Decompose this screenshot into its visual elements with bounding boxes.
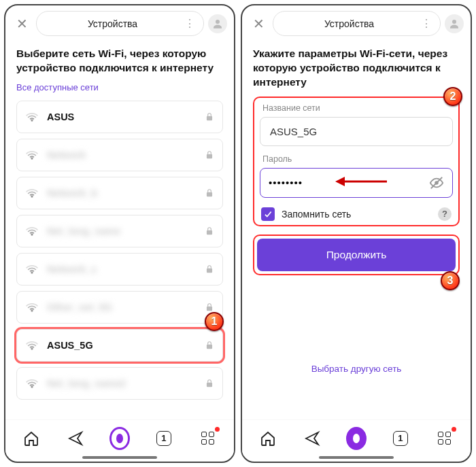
continue-highlight: Продолжить 3 xyxy=(253,235,460,275)
lock-icon xyxy=(205,379,214,388)
phone-left: ✕ Устройства ⋮ Выберите сеть Wi-Fi, чере… xyxy=(4,4,235,463)
ssid-label: Название сети xyxy=(262,103,450,113)
person-icon xyxy=(211,18,224,30)
network-item[interactable]: ASUS xyxy=(16,101,223,133)
nav-alice[interactable] xyxy=(109,428,130,449)
svg-rect-1 xyxy=(207,116,212,120)
nav-tabs[interactable]: 1 xyxy=(154,428,174,449)
network-item[interactable]: Other_net_5G xyxy=(16,291,223,324)
svg-rect-5 xyxy=(207,269,212,273)
title-pill[interactable]: Устройства ⋮ xyxy=(36,11,204,36)
remember-label: Запомнить сеть xyxy=(282,209,431,220)
nav-menu[interactable] xyxy=(198,428,218,449)
network-name: Network xyxy=(47,150,197,160)
content-right: Укажите параметры Wi-Fi-сети, через кото… xyxy=(242,41,471,419)
network-name: ASUS_5G xyxy=(47,340,197,351)
svg-point-9 xyxy=(452,20,456,24)
header-title: Устройства xyxy=(282,18,417,29)
page-heading: Выберите сеть Wi-Fi, через которую устро… xyxy=(16,47,223,75)
avatar[interactable] xyxy=(208,14,227,33)
network-name: Net_long_name2 xyxy=(47,378,197,389)
bottom-nav: 1 xyxy=(5,419,234,456)
annotation-badge-2: 2 xyxy=(443,87,462,106)
svg-rect-8 xyxy=(207,383,212,387)
home-indicator xyxy=(82,456,157,459)
nav-alice[interactable] xyxy=(346,428,367,449)
title-pill[interactable]: Устройства ⋮ xyxy=(273,11,441,36)
wifi-icon xyxy=(25,262,39,276)
svg-point-0 xyxy=(216,20,220,24)
home-indicator xyxy=(319,456,394,459)
bottom-nav: 1 xyxy=(242,419,471,456)
wifi-icon xyxy=(25,377,39,390)
network-item[interactable]: ASUS_5G xyxy=(16,329,223,362)
svg-rect-2 xyxy=(207,154,212,158)
password-input[interactable] xyxy=(269,177,429,188)
network-name: Network_b xyxy=(47,188,197,198)
lock-icon xyxy=(205,150,214,160)
avatar[interactable] xyxy=(445,14,464,33)
close-button[interactable]: ✕ xyxy=(12,14,32,33)
content-left: Выберите сеть Wi-Fi, через которую устро… xyxy=(5,41,234,419)
more-icon[interactable]: ⋮ xyxy=(180,17,195,30)
nav-menu[interactable] xyxy=(435,428,455,449)
wifi-icon xyxy=(25,186,39,200)
svg-rect-3 xyxy=(207,192,212,196)
annotation-badge-1: 1 xyxy=(205,312,224,331)
password-label: Пароль xyxy=(262,154,450,164)
ssid-input[interactable] xyxy=(260,117,453,146)
annotation-badge-3: 3 xyxy=(441,271,460,290)
header: ✕ Устройства ⋮ xyxy=(242,5,471,41)
nav-send[interactable] xyxy=(302,428,322,449)
header-title: Устройства xyxy=(45,18,180,29)
nav-tabs[interactable]: 1 xyxy=(390,428,411,449)
password-field-wrap xyxy=(260,168,453,198)
more-icon[interactable]: ⋮ xyxy=(417,17,432,30)
nav-home[interactable] xyxy=(258,428,278,449)
network-item[interactable]: Network_b xyxy=(16,177,223,209)
close-button[interactable]: ✕ xyxy=(249,14,269,33)
nav-send[interactable] xyxy=(65,428,86,449)
all-networks-link[interactable]: Все доступные сети xyxy=(16,82,223,92)
toggle-visibility-icon[interactable] xyxy=(429,175,444,190)
network-item[interactable]: Net_long_name xyxy=(16,215,223,247)
network-list: ASUSNetworkNetwork_bNet_long_nameNetwork… xyxy=(16,101,223,405)
network-item[interactable]: Network_c xyxy=(16,253,223,286)
page-heading: Укажите параметры Wi-Fi-сети, через кото… xyxy=(253,47,460,90)
nav-home[interactable] xyxy=(21,428,41,449)
lock-icon xyxy=(205,112,214,122)
form-highlight: Название сети Пароль Запомнить сеть ? 2 xyxy=(253,97,460,226)
lock-icon xyxy=(205,341,214,350)
choose-other-network-link[interactable]: Выбрать другую сеть xyxy=(253,364,460,374)
network-name: Net_long_name xyxy=(47,226,197,237)
network-item[interactable]: Network xyxy=(16,139,223,171)
remember-row: Запомнить сеть ? xyxy=(261,207,452,221)
lock-icon xyxy=(205,264,214,274)
notification-dot-icon xyxy=(215,427,220,432)
lock-icon xyxy=(205,302,214,312)
notification-dot-icon xyxy=(452,427,456,432)
svg-rect-6 xyxy=(207,307,212,311)
network-name: Network_c xyxy=(47,264,197,275)
network-item[interactable]: Net_long_name2 xyxy=(16,367,223,400)
header: ✕ Устройства ⋮ xyxy=(5,5,234,41)
phone-right: ✕ Устройства ⋮ Укажите параметры Wi-Fi-с… xyxy=(241,4,472,463)
svg-rect-7 xyxy=(207,345,212,349)
lock-icon xyxy=(205,188,214,198)
lock-icon xyxy=(205,226,214,236)
network-name: Other_net_5G xyxy=(47,302,197,313)
wifi-icon xyxy=(25,148,39,162)
network-name: ASUS xyxy=(47,111,197,122)
help-icon[interactable]: ? xyxy=(438,207,452,221)
svg-rect-4 xyxy=(207,230,212,235)
wifi-icon xyxy=(25,110,39,124)
wifi-icon xyxy=(25,300,39,314)
continue-button[interactable]: Продолжить xyxy=(257,239,456,271)
remember-checkbox[interactable] xyxy=(261,207,275,221)
wifi-icon xyxy=(25,339,39,352)
person-icon xyxy=(448,18,460,30)
wifi-icon xyxy=(25,224,39,238)
